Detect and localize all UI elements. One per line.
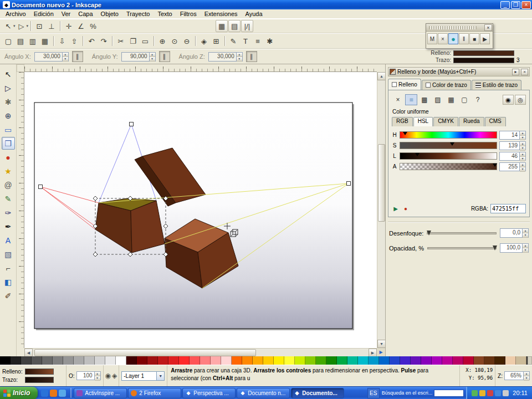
scroll-down-button[interactable]: ▼ (377, 340, 386, 348)
pattern-button[interactable]: ▦ (445, 94, 457, 105)
paste-button[interactable]: ▭ (139, 35, 151, 47)
maximize-button[interactable]: ❐ (511, 1, 520, 9)
horizontal-scrollbar[interactable]: ◀ ▶ (24, 348, 377, 356)
spin-up-icon[interactable]: ▴ (95, 372, 100, 376)
task-activinspire[interactable]: ActivInspire ... (74, 388, 127, 398)
saturation-spinbox[interactable]: 139 ▴▾ (499, 141, 526, 150)
node-dropdown-icon[interactable]: ▾ (27, 24, 29, 28)
spin-down-icon[interactable]: ▾ (520, 146, 525, 151)
snap-percent-button[interactable]: % (87, 20, 99, 32)
fill-rule-evenodd-button[interactable]: ◉ (503, 95, 514, 105)
recorder-record-button[interactable]: ● (448, 33, 458, 44)
alpha-slider[interactable] (400, 163, 497, 170)
palette-swatch[interactable] (337, 356, 347, 365)
snap-bbox-button[interactable]: ⊡ (33, 20, 45, 32)
tab-relleno[interactable]: Relleno (388, 79, 421, 90)
palette-swatch[interactable] (63, 356, 74, 365)
panel-collapse-button[interactable]: ▸ (512, 69, 519, 75)
snap-angle-button[interactable]: ∠ (75, 20, 87, 32)
palette-scrollbar[interactable] (528, 356, 532, 365)
zoom-in-button[interactable]: ⊕ (156, 35, 168, 47)
flat-color-button[interactable]: ■ (405, 94, 417, 105)
radial-gradient-button[interactable]: ▨ (432, 94, 444, 105)
angle-z-spinbox[interactable]: 30,000 ▴▾ (208, 52, 243, 62)
angle-x-spinbox[interactable]: 30,000 ▴▾ (34, 52, 69, 62)
print-document-button[interactable]: ▦ (39, 35, 51, 47)
connector-tool[interactable]: ⌐ (2, 262, 15, 274)
text-tool[interactable]: A (2, 234, 15, 247)
rectangle-tool[interactable]: ▭ (2, 123, 15, 136)
palette-swatch[interactable] (474, 356, 484, 365)
swatch-button[interactable]: ▢ (458, 94, 470, 105)
menu-objeto[interactable]: Objeto (98, 10, 122, 18)
pen-tool[interactable]: ✑ (2, 206, 15, 219)
node-mode-icon[interactable]: ▷ (16, 20, 28, 32)
pencil-tool[interactable]: ✎ (2, 192, 15, 205)
palette-swatch[interactable] (432, 356, 442, 365)
palette-swatch[interactable] (284, 356, 295, 365)
minimize-button[interactable]: _ (500, 1, 510, 9)
statusbar-fill-swatch[interactable] (25, 369, 54, 375)
zoom-spinbox[interactable]: 65% ▴▾ (504, 371, 530, 380)
unknown-paint-button[interactable]: ? (472, 94, 484, 105)
spin-down-icon[interactable]: ▾ (520, 136, 525, 140)
fill-indicator-swatch[interactable] (453, 50, 514, 56)
linear-gradient-button[interactable]: ▩ (418, 94, 431, 105)
hue-slider[interactable] (400, 131, 497, 139)
snap-center-button[interactable]: ✛ (63, 20, 75, 32)
page-grid-button[interactable]: ▦ (216, 20, 228, 32)
palette-swatch[interactable] (179, 356, 190, 365)
spin-up-icon[interactable]: ▴ (520, 163, 525, 167)
axonometric-grid-button[interactable]: ▤ (228, 20, 241, 32)
palette-swatch[interactable] (442, 356, 453, 365)
spin-down-icon[interactable]: ▾ (523, 233, 528, 238)
preferences-button[interactable]: ✱ (264, 35, 276, 47)
quicklaunch-ie-icon[interactable] (41, 390, 48, 397)
opacity-slider[interactable] (427, 247, 497, 249)
menu-extensiones[interactable]: Extensiones (201, 10, 241, 18)
palette-swatch[interactable] (32, 356, 42, 365)
start-button[interactable]: Inicio (0, 387, 38, 399)
close-button[interactable]: × (521, 1, 531, 9)
alpha-marker[interactable] (493, 163, 497, 167)
palette-swatch[interactable] (347, 356, 358, 365)
recorder-stop-button[interactable]: ■ (469, 33, 479, 44)
lightness-slider[interactable] (400, 152, 497, 160)
stroke-indicator-swatch[interactable] (453, 58, 514, 63)
tab-hsl[interactable]: HSL (413, 117, 433, 126)
menu-capa[interactable]: Capa (75, 10, 96, 18)
star-tool[interactable]: ★ (2, 165, 15, 177)
palette-swatch[interactable] (158, 356, 168, 365)
lightness-spinbox[interactable]: 46 ▴▾ (499, 152, 526, 161)
palette-swatch[interactable] (421, 356, 432, 365)
alpha-spinbox[interactable]: 255 ▴▾ (499, 162, 526, 171)
spin-steppers[interactable]: ▴▾ (62, 53, 68, 61)
scroll-right-button[interactable]: ▶ (369, 349, 377, 357)
paint-bucket-tool[interactable]: ◧ (2, 275, 15, 288)
recorder-play-button[interactable]: ▶ (480, 33, 490, 44)
palette-swatch[interactable] (190, 356, 200, 365)
scroll-left-button[interactable]: ◀ (24, 349, 33, 357)
palette-swatch[interactable] (126, 356, 137, 365)
spin-down-icon[interactable]: ▾ (524, 376, 529, 381)
recorder-grip[interactable] (429, 26, 477, 29)
task-perspectiva[interactable]: ◆ Perspectiva ... (182, 388, 236, 398)
menu-ayuda[interactable]: Ayuda (242, 10, 266, 18)
recorder-minimize-button[interactable]: M (427, 33, 437, 44)
spiral-tool[interactable]: @ (2, 178, 15, 191)
guides-button[interactable]: |/| (241, 20, 253, 32)
spin-down-icon[interactable]: ▾ (523, 248, 528, 253)
layers-dialog-button[interactable]: ≡ (252, 35, 264, 47)
menu-filtros[interactable]: Filtros (177, 10, 200, 18)
blur-knob[interactable] (427, 231, 431, 236)
blur-spinbox[interactable]: 0,0 ▴▾ (500, 228, 529, 238)
spin-down-icon[interactable]: ▾ (237, 57, 242, 62)
saturation-slider[interactable] (400, 142, 497, 149)
spin-steppers[interactable]: ▴▾ (94, 372, 100, 380)
group-button[interactable]: ⊞ (210, 35, 222, 47)
scroll-corner[interactable]: ▶ (377, 348, 385, 356)
zoom-out-button[interactable]: ⊖ (181, 35, 193, 47)
spin-down-icon[interactable]: ▾ (520, 157, 525, 161)
cut-button[interactable]: ✂ (115, 35, 127, 47)
new-document-button[interactable]: ▢ (2, 35, 14, 47)
